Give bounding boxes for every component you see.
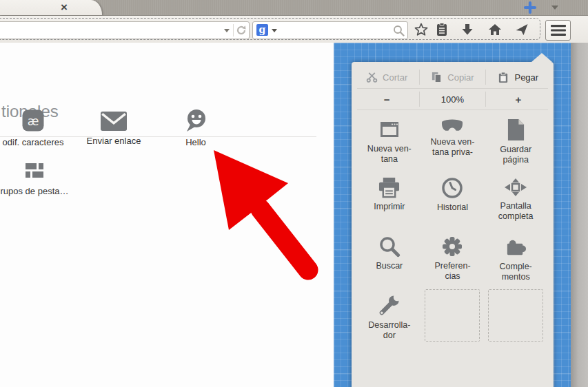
fullscreen-button[interactable]: Pantalla completa [484,171,547,230]
share-plane-icon[interactable] [515,23,529,36]
cut-icon [366,72,378,83]
palette-item-tab-groups[interactable]: rupos de pesta… [0,159,77,196]
mail-icon [101,112,127,131]
history-button[interactable]: Historial [421,171,485,230]
charset-icon: æ [21,109,45,132]
paste-button[interactable]: Pegar [486,72,551,83]
home-icon[interactable] [488,23,502,36]
bookmark-star-icon[interactable] [414,23,428,36]
navigation-toolbar: g [0,16,588,43]
cut-button[interactable]: Cortar [354,72,419,83]
google-search-engine-icon[interactable]: g [256,24,268,36]
preferences-gear-icon [441,236,463,258]
drop-placeholder [425,289,480,342]
new-window-button[interactable]: Nueva ven- tana [358,113,421,171]
hello-smiley-icon [184,109,207,132]
drop-placeholder [488,289,543,342]
search-engine-dropdown-icon[interactable] [272,29,277,32]
search-icon [378,236,401,258]
search-go-icon[interactable] [393,25,405,39]
urlbar-dropdown-icon[interactable] [224,29,230,32]
new-private-window-button[interactable]: Nueva ven- tana priva- [421,113,485,171]
search-bar[interactable]: g [252,21,408,39]
window-edge [571,43,588,387]
private-mask-icon [440,118,464,134]
empty-slot[interactable] [421,289,485,347]
fullscreen-icon [503,177,528,198]
new-window-icon [378,118,401,140]
menu-panel: Cortar Copiar Pegar − 100% + [352,62,554,387]
palette-item-email-link[interactable]: Enviar enlace [71,112,156,146]
url-bar[interactable] [0,21,250,39]
find-button[interactable]: Buscar [358,230,421,289]
paste-icon [498,72,509,83]
zoom-level[interactable]: 100% [420,94,485,105]
copy-icon [431,72,443,83]
active-tab[interactable]: × [0,0,102,15]
svg-text:æ: æ [28,114,39,128]
menu-button[interactable] [545,20,571,41]
preferences-button[interactable]: Preferen- cias [421,230,485,289]
reload-icon[interactable] [236,25,247,39]
download-icon[interactable] [460,23,474,36]
new-tab-icon[interactable] [523,1,537,14]
zoom-in-button[interactable]: + [486,94,551,105]
palette-item-charset[interactable]: æ odif. caracteres [0,109,76,147]
addons-puzzle-icon [505,236,527,258]
print-button[interactable]: Imprimir [358,171,421,230]
developer-wrench-icon [378,294,401,317]
save-page-button[interactable]: Guardar página [484,113,547,171]
empty-slot[interactable] [484,289,547,347]
panel-grid: Nueva ven- tana Nueva ven- tana priva- G… [358,113,547,347]
tab-list-caret-icon[interactable] [551,6,558,10]
tab-strip: × [0,0,588,16]
zoom-out-button[interactable]: − [354,94,419,105]
save-page-icon [507,118,525,141]
bookmarks-menu-icon[interactable] [435,23,449,36]
zoom-controls-row: − 100% + [354,90,551,109]
addons-button[interactable]: Comple- mentos [484,230,547,289]
palette-item-hello[interactable]: Hello [153,109,239,147]
print-icon [378,177,401,198]
hamburger-menu-icon [551,25,566,36]
edit-controls-row: Cortar Copiar Pegar [354,67,551,87]
developer-button[interactable]: Desarrolla- dor [358,289,421,347]
customize-palette: tionales æ odif. caracteres Enviar enlac… [0,43,334,387]
urlbar-separator [233,24,234,36]
copy-button[interactable]: Copiar [420,72,485,83]
firefox-customize-window: × g [0,0,588,387]
tab-close-icon[interactable]: × [61,0,68,15]
history-clock-icon [441,177,463,199]
tab-groups-icon [23,159,45,181]
